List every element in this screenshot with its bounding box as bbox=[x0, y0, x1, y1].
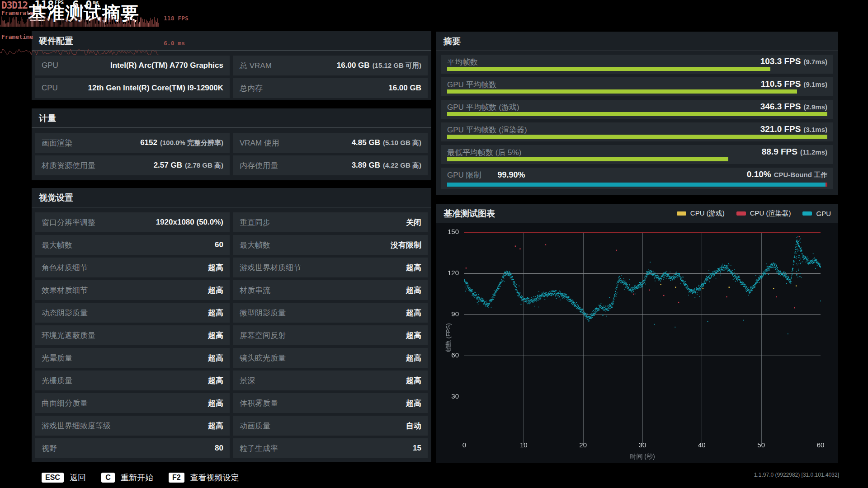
summary-value-main: 88.9 FPS bbox=[762, 147, 797, 156]
settings-row: 垂直同步关闭 bbox=[233, 212, 428, 232]
legend-item: GPU bbox=[802, 210, 831, 217]
row-value: 超高 bbox=[406, 330, 421, 341]
row-value: 6152(100.0% 完整分辨率) bbox=[140, 138, 223, 147]
row-value: 超高 bbox=[406, 398, 421, 408]
row-value: 2.57 GB(2.78 GB 高) bbox=[154, 161, 223, 170]
summary-row-labels: GPU 平均帧数 (游戏) bbox=[447, 102, 519, 113]
row-label: 镜头眩光质量 bbox=[240, 353, 286, 363]
settings-row: 游戏世界材质细节超高 bbox=[233, 258, 428, 277]
keycap[interactable]: F2 bbox=[169, 473, 184, 483]
summary-row-value: 0.10%CPU-Bound 工作 bbox=[747, 169, 827, 179]
frametime-graph-value: 6.0 ms bbox=[164, 40, 185, 47]
key-action-label: 返回 bbox=[70, 472, 86, 483]
summary-row-labels: GPU 平均帧数 (渲染器) bbox=[447, 125, 527, 135]
summary-bar-track bbox=[447, 157, 827, 161]
row-value-main: 4.85 GB bbox=[352, 138, 380, 147]
row-label: 游戏世界材质细节 bbox=[240, 263, 301, 273]
summary-value-detail: (3.1ms) bbox=[803, 126, 827, 133]
row-label: CPU bbox=[42, 84, 58, 93]
x-tick: 10 bbox=[514, 441, 533, 449]
summary-row-label: 最低平均帧数 (后 5%) bbox=[447, 147, 521, 158]
summary-row-label: 平均帧数 bbox=[447, 57, 478, 67]
row-value: 超高 bbox=[406, 285, 421, 296]
summary-bar-fill bbox=[447, 112, 827, 116]
key-hint-c[interactable]: C重新开始 bbox=[101, 472, 153, 483]
visual-settings-title: 视觉设置 bbox=[32, 188, 431, 207]
x-tick: 60 bbox=[811, 441, 830, 449]
row-value-main: 3.89 GB bbox=[352, 161, 380, 169]
summary-bar-track bbox=[447, 183, 827, 187]
summary-value-main: 346.3 FPS bbox=[760, 102, 801, 111]
row-label: 总内存 bbox=[240, 83, 263, 94]
summary-bar-track bbox=[447, 67, 827, 71]
settings-row: 粒子生成率15 bbox=[233, 438, 428, 458]
settings-row: 环境光遮蔽质量超高 bbox=[35, 325, 230, 345]
row-value-main: 超高 bbox=[406, 376, 421, 385]
visual-settings-rows: 窗口分辨率调整1920x1080 (50.0%)垂直同步关闭最大帧数60最大帧数… bbox=[35, 212, 428, 458]
settings-row: 视野80 bbox=[35, 438, 230, 458]
settings-row: 动态阴影质量超高 bbox=[35, 303, 230, 323]
metrics-panel: 计量 画面渲染6152(100.0% 完整分辨率)VRAM 使用4.85 GB(… bbox=[32, 108, 431, 180]
row-value: 超高 bbox=[406, 375, 421, 386]
row-label: GPU bbox=[42, 61, 58, 70]
summary-row-label: GPU 平均帧数 (游戏) bbox=[447, 102, 519, 113]
row-value: 868x488 (50.0%) bbox=[156, 218, 223, 227]
key-hint-esc[interactable]: ESC返回 bbox=[42, 472, 86, 483]
settings-row: 光栅质量超高 bbox=[35, 371, 230, 390]
d3d12-performance-overlay: D3D12 118FPS 6.0ms Framerate 118 FPS Fra… bbox=[0, 0, 199, 59]
row-label: 景深 bbox=[240, 375, 255, 386]
row-value-main: 关闭 bbox=[406, 218, 421, 227]
y-tick: 150 bbox=[436, 228, 459, 235]
framerate-histogram bbox=[0, 16, 159, 27]
settings-row: 动画质量自动 bbox=[233, 416, 428, 436]
row-value: 60 bbox=[215, 240, 223, 249]
row-label: 动画质量 bbox=[240, 421, 270, 431]
settings-row: 材质串流超高 bbox=[233, 280, 428, 300]
summary-bar-fill bbox=[447, 135, 827, 139]
key-hint-f2[interactable]: F2查看视频设定 bbox=[169, 472, 239, 483]
settings-row: 屏幕空间反射超高 bbox=[233, 325, 428, 345]
row-label: 光晕质量 bbox=[42, 353, 72, 363]
summary-row: GPU 平均帧数 (游戏)346.3 FPS(2.9ms) bbox=[441, 100, 833, 119]
cpu-bound-bar-tip bbox=[826, 183, 827, 187]
settings-row: 镜头眩光质量超高 bbox=[233, 348, 428, 368]
summary-panel: 摘要 平均帧数103.3 FPS(9.7ms)GPU 平均帧数110.5 FPS… bbox=[436, 32, 838, 195]
row-label: 游戏世界细致度等级 bbox=[42, 421, 111, 431]
chart-body: 306090120150 0102030405060 帧数 (FPS) 时间 (… bbox=[436, 223, 838, 463]
row-value-main: 超高 bbox=[406, 309, 421, 317]
row-label: 光栅质量 bbox=[42, 375, 72, 386]
settings-row: 曲面细分质量超高 bbox=[35, 393, 230, 413]
row-label: 最大帧数 bbox=[240, 240, 270, 250]
hardware-row: 总内存16.00 GB bbox=[233, 78, 428, 98]
row-label: 内存使用量 bbox=[240, 160, 278, 171]
framerate-graph-label: Framerate bbox=[1, 9, 33, 16]
row-value: 16.00 GB(15.12 GB 可用) bbox=[337, 61, 421, 70]
summary-bar-fill bbox=[447, 67, 770, 71]
frametime-waveform bbox=[0, 48, 159, 56]
row-value: 16.00 GB bbox=[388, 84, 421, 93]
settings-row: 体积雾质量超高 bbox=[233, 393, 428, 413]
settings-row: 微型阴影质量超高 bbox=[233, 303, 428, 323]
overlay-frametime-value: 6.0ms bbox=[72, 0, 99, 11]
metrics-row: VRAM 使用4.85 GB(5.10 GB 高) bbox=[233, 133, 428, 153]
keycap[interactable]: C bbox=[101, 473, 115, 483]
footer-key-hints: ESC返回C重新开始F2查看视频设定 bbox=[42, 472, 239, 483]
row-value: Intel(R) Arc(TM) A770 Graphics bbox=[110, 61, 223, 70]
legend-label: GPU bbox=[816, 210, 831, 217]
row-value: 12th Gen Intel(R) Core(TM) i9-12900K bbox=[88, 84, 223, 93]
row-label: VRAM 使用 bbox=[240, 138, 279, 148]
row-label: 屏幕空间反射 bbox=[240, 330, 286, 341]
row-value-main: 16.00 GB bbox=[388, 84, 421, 92]
row-value-main: 自动 bbox=[406, 422, 421, 430]
row-label: 最大帧数 bbox=[42, 240, 72, 250]
chart-legend: CPU (游戏)CPU (渲染器)GPU bbox=[677, 209, 831, 218]
keycap[interactable]: ESC bbox=[42, 473, 64, 483]
x-axis-label: 时间 (秒) bbox=[588, 453, 697, 461]
row-value: 关闭 bbox=[406, 217, 421, 228]
x-tick: 50 bbox=[752, 441, 770, 449]
row-value-main: 868x488 (50.0%) bbox=[156, 218, 223, 226]
row-label: 画面渲染 bbox=[42, 138, 72, 148]
summary-row: GPU 限制99.90%0.10%CPU-Bound 工作 bbox=[441, 168, 833, 189]
settings-row: 景深超高 bbox=[233, 371, 428, 390]
row-value-main: 超高 bbox=[208, 331, 223, 340]
